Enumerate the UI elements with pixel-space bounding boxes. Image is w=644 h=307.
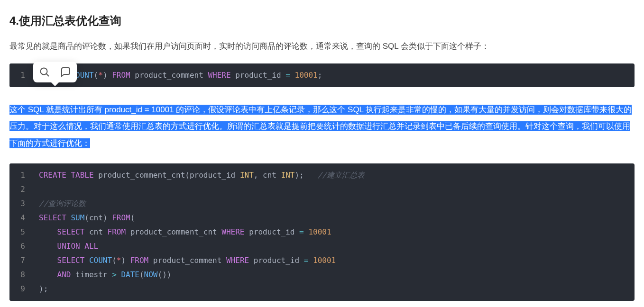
code-block-2: 123456789 CREATE TABLE product_comment_c…	[9, 163, 635, 301]
intro-paragraph: 最常见的就是商品的评论数，如果我们在用户访问页面时，实时的访问商品的评论数，通常…	[9, 38, 635, 55]
selection-toolbar	[33, 62, 77, 82]
code-block-1: 1 SELECT COUNT(*) FROM product_comment W…	[9, 63, 635, 87]
code-gutter: 1	[9, 63, 32, 87]
section-heading: 4.使用汇总表优化查询	[9, 13, 635, 28]
highlighted-paragraph[interactable]: 这个 SQL 就是统计出所有 product_id = 10001 的评论，假设…	[9, 101, 635, 152]
svg-point-0	[41, 68, 47, 75]
code-gutter: 123456789	[9, 163, 32, 301]
article-body: 4.使用汇总表优化查询 最常见的就是商品的评论数，如果我们在用户访问页面时，实时…	[9, 13, 635, 301]
comment-icon[interactable]	[59, 65, 72, 79]
search-icon[interactable]	[38, 65, 51, 79]
code-content[interactable]: SELECT COUNT(*) FROM product_comment WHE…	[32, 63, 635, 87]
code-content[interactable]: CREATE TABLE product_comment_cnt(product…	[32, 163, 635, 301]
svg-line-1	[46, 74, 49, 76]
